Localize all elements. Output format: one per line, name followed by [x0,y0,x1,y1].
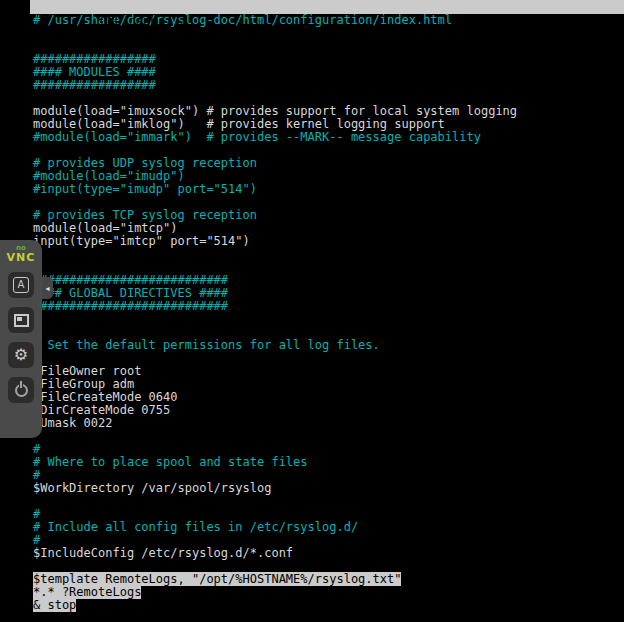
selected-text: & stop [33,598,76,612]
editor-line: *.* ?RemoteLogs [33,586,624,599]
control-bar-handle[interactable]: ◂ [42,277,53,299]
editor-line [33,248,624,261]
editor-line [33,313,624,326]
novnc-control-bar: no VNC A ⚙ [0,240,42,438]
keyboard-button[interactable]: A [8,272,34,298]
editor-line: ########################### [33,300,624,313]
nano-terminal[interactable]: GNU nano 7.2 /etc/rsyslog. # /usr/share/… [30,0,624,622]
novnc-logo-vnc: VNC [0,252,42,263]
editor-line: $Umask 0022 [33,417,624,430]
power-button[interactable] [8,377,34,403]
selected-text: *.* ?RemoteLogs [33,585,141,599]
fullscreen-button[interactable] [8,307,34,333]
editor-line: $WorkDirectory /var/spool/rsyslog [33,482,624,495]
editor-line: # Set the default permissions for all lo… [33,339,624,352]
editor-line: $DirCreateMode 0755 [33,404,624,417]
settings-button[interactable]: ⚙ [8,342,34,368]
nano-version-label: GNU nano 7.2 [100,14,187,28]
editor-line: # Include all config files in /etc/rsysl… [33,521,624,534]
editor-line: #module(load="immark") # provides --MARK… [33,131,624,144]
editor-line: #input(type="imudp" port="514") [33,183,624,196]
editor-area[interactable]: # /usr/share/doc/rsyslog-doc/html/config… [30,14,624,612]
editor-line: # Where to place spool and state files [33,456,624,469]
editor-line [33,495,624,508]
fullscreen-icon [14,314,29,327]
keyboard-icon: A [13,277,29,293]
collapse-arrow-icon: ◂ [45,284,49,293]
novnc-logo: no VNC [0,240,42,263]
power-icon [15,384,28,397]
editor-line: & stop [33,599,624,612]
editor-line: $IncludeConfig /etc/rsyslog.d/*.conf [33,547,624,560]
editor-line [33,430,624,443]
nano-filename-label: /etc/rsyslog. [529,28,623,42]
nano-titlebar: GNU nano 7.2 /etc/rsyslog. [30,0,624,14]
editor-line: input(type="imtcp" port="514") [33,235,624,248]
gear-icon: ⚙ [14,347,28,363]
selected-text: $template RemoteLogs, "/opt/%HOSTNAME%/r… [33,572,401,586]
editor-line: ################# [33,79,624,92]
